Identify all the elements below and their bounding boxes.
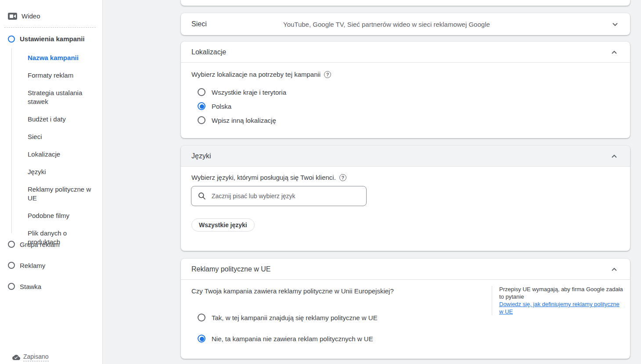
networks-title: Sieci <box>191 20 207 28</box>
languages-question-row: Wybierz języki, którymi posługują się Tw… <box>181 167 630 181</box>
previous-card-edge <box>181 0 630 6</box>
sidebar-steps: Grupa reklam Reklamy Stawka <box>8 240 60 303</box>
saved-status[interactable]: Zapisano <box>12 353 49 361</box>
eu-note-text: Przepisy UE wymagają, aby firma Google z… <box>499 286 623 300</box>
languages-section: Języki Wybierz języki, którymi posługują… <box>181 146 630 251</box>
political-ads-title: Reklamy polityczne w UE <box>191 265 271 273</box>
radio-option-political-no[interactable]: Nie, ta kampania nie zawiera reklam poli… <box>198 332 378 346</box>
political-radio-group: Tak, w tej kampanii znajdują się reklamy… <box>198 310 378 353</box>
step-circle-icon <box>8 241 15 248</box>
sidebar-item-jezyki[interactable]: Języki <box>28 163 99 181</box>
sidebar-item-grupa-reklam[interactable]: Grupa reklam <box>8 240 60 249</box>
language-search-input[interactable] <box>212 193 360 200</box>
languages-title: Języki <box>191 152 211 160</box>
sidebar-item-formaty-reklam[interactable]: Formaty reklam <box>28 67 99 84</box>
political-question: Czy Twoja kampania zawiera reklamy polit… <box>191 287 394 295</box>
sidebar-item-lokalizacje[interactable]: Lokalizacje <box>28 146 99 163</box>
sidebar-item-sieci[interactable]: Sieci <box>28 128 99 146</box>
locations-question: Wybierz lokalizacje na potrzeby tej kamp… <box>191 71 320 78</box>
radio-checked-icon <box>198 102 205 110</box>
step-circle-icon <box>8 283 15 290</box>
sidebar: Wideo Ustawienia kampanii Nazwa kampanii… <box>0 0 103 364</box>
political-ads-header[interactable]: Reklamy polityczne w UE <box>181 259 630 280</box>
search-icon <box>198 192 206 200</box>
step-circle-icon <box>8 262 15 269</box>
chevron-up-icon[interactable] <box>609 151 619 161</box>
chevron-up-icon[interactable] <box>609 47 619 57</box>
sidebar-item-campaign-settings[interactable]: Ustawienia kampanii <box>8 35 85 43</box>
sidebar-item-video[interactable]: Wideo <box>8 12 40 20</box>
step-circle-icon <box>8 36 15 43</box>
sidebar-item-budzet-i-daty[interactable]: Budżet i daty <box>28 111 99 128</box>
radio-icon <box>198 116 205 124</box>
networks-section[interactable]: Sieci YouTube, Google TV, Sieć partnerów… <box>181 13 630 35</box>
sidebar-item-podobne-filmy[interactable]: Podobne filmy <box>28 207 99 225</box>
cloud-done-icon <box>12 354 20 360</box>
networks-summary: YouTube, Google TV, Sieć partnerów wideo… <box>283 21 490 28</box>
help-icon[interactable]: ? <box>324 71 331 78</box>
sidebar-sub-rail <box>11 48 12 233</box>
campaign-settings-label: Ustawienia kampanii <box>20 35 85 43</box>
campaign-settings-page: Wideo Ustawienia kampanii Nazwa kampanii… <box>0 0 641 364</box>
sidebar-video-label: Wideo <box>22 12 40 20</box>
eu-regulation-note: Przepisy UE wymagają, aby firma Google z… <box>492 286 623 315</box>
sidebar-item-reklamy-polityczne[interactable]: Reklamy polityczne w UE <box>28 181 99 207</box>
political-ads-body: Czy Twoja kampania zawiera reklamy polit… <box>181 280 630 359</box>
sidebar-item-nazwa-kampanii[interactable]: Nazwa kampanii <box>28 49 99 67</box>
radio-option-all-countries[interactable]: Wszystkie kraje i terytoria <box>198 85 630 99</box>
all-languages-chip[interactable]: Wszystkie języki <box>191 218 255 232</box>
radio-icon <box>198 314 205 321</box>
radio-option-political-yes[interactable]: Tak, w tej kampanii znajdują się reklamy… <box>198 310 378 325</box>
videocam-icon <box>8 13 17 20</box>
locations-question-row: Wybierz lokalizacje na potrzeby tej kamp… <box>181 63 630 78</box>
campaign-settings-subnav: Nazwa kampanii Formaty reklam Strategia … <box>28 49 99 251</box>
political-ads-definition-link[interactable]: Dowiedz się, jak definiujemy reklamy pol… <box>499 301 623 315</box>
sidebar-item-stawka[interactable]: Stawka <box>8 282 60 291</box>
radio-option-other-location[interactable]: Wpisz inną lokalizację <box>198 113 630 127</box>
languages-header[interactable]: Języki <box>181 146 630 167</box>
radio-option-poland[interactable]: Polska <box>198 99 630 113</box>
sidebar-dashed-divider <box>4 27 96 28</box>
radio-checked-icon <box>198 335 205 343</box>
political-ads-section: Reklamy polityczne w UE Czy Twoja kampan… <box>181 259 630 359</box>
language-search-box[interactable] <box>191 186 367 206</box>
saved-status-label: Zapisano <box>23 353 49 361</box>
locations-radio-group: Wszystkie kraje i terytoria Polska Wpisz… <box>198 85 630 127</box>
main-content: Sieci YouTube, Google TV, Sieć partnerów… <box>181 0 630 364</box>
help-icon[interactable]: ? <box>339 174 346 181</box>
chevron-up-icon[interactable] <box>609 264 619 275</box>
sidebar-item-reklamy[interactable]: Reklamy <box>8 261 60 270</box>
languages-question: Wybierz języki, którymi posługują się Tw… <box>191 174 336 181</box>
locations-header[interactable]: Lokalizacje <box>181 42 630 63</box>
radio-icon <box>198 88 205 96</box>
locations-section: Lokalizacje Wybierz lokalizacje na potrz… <box>181 42 630 138</box>
chevron-down-icon[interactable] <box>610 19 620 29</box>
sidebar-item-strategia-stawek[interactable]: Strategia ustalania stawek <box>28 84 99 111</box>
locations-title: Lokalizacje <box>191 48 226 56</box>
